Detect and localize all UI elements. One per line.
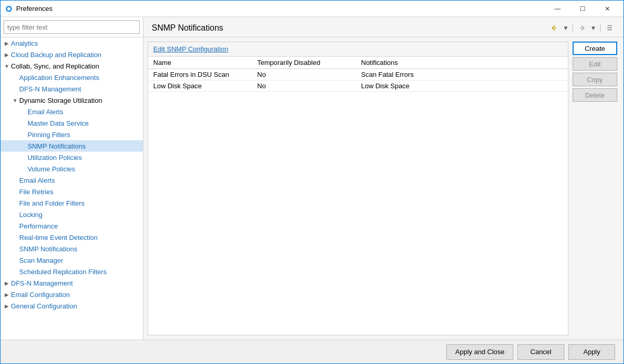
col-header-disabled: Temporarily Disabled — [252, 57, 356, 69]
create-button[interactable]: Create — [573, 42, 617, 55]
cancel-button[interactable]: Cancel — [517, 344, 564, 360]
expander-icon: ▶ — [3, 50, 11, 59]
sidebar-item-performance[interactable]: Performance — [1, 220, 143, 232]
expander-icon: ▶ — [3, 39, 11, 47]
delete-button[interactable]: Delete — [573, 88, 617, 102]
expander-icon: ▶ — [3, 302, 11, 310]
expander-icon — [19, 119, 28, 127]
copy-button[interactable]: Copy — [573, 73, 617, 86]
sidebar-item-label: Email Configuration — [11, 291, 143, 299]
sidebar-item-email-alerts-sub[interactable]: Email Alerts — [1, 106, 143, 117]
filter-input[interactable] — [4, 20, 140, 34]
sidebar-item-snmp-notifications-sub[interactable]: SNMP Notifications — [1, 140, 143, 152]
panel-header: SNMP Notifications ▼ — [143, 17, 623, 37]
forward-button[interactable] — [576, 22, 588, 34]
apply-close-button[interactable]: Apply and Close — [446, 344, 513, 360]
sidebar-item-email-configuration[interactable]: ▶ Email Configuration — [1, 289, 143, 300]
table-body: Fatal Errors in DSU Scan No Scan Fatal E… — [148, 69, 568, 92]
back-button[interactable] — [549, 22, 560, 34]
window-title: Preferences — [16, 5, 546, 12]
back-dropdown-button[interactable]: ▼ — [562, 22, 569, 34]
table-header-row: Name Temporarily Disabled Notifications — [148, 57, 568, 69]
expander-icon — [19, 130, 28, 139]
expander-icon — [11, 176, 19, 184]
sidebar-item-label: Scan Manager — [19, 257, 143, 264]
cell-disabled: No — [252, 69, 356, 80]
sidebar-item-locking[interactable]: Locking — [1, 209, 143, 220]
sidebar-item-label: Locking — [19, 211, 143, 219]
sidebar-item-label: Performance — [19, 222, 143, 230]
sidebar-item-file-folder-filters[interactable]: File and Folder Filters — [1, 197, 143, 209]
cell-disabled: No — [252, 80, 356, 92]
expander-icon — [11, 73, 19, 82]
sidebar-item-general-configuration[interactable]: ▶ General Configuration — [1, 300, 143, 312]
sidebar-item-label: DFS-N Management — [11, 279, 143, 287]
sidebar-item-dfs-n-management[interactable]: ▶ DFS-N Management — [1, 277, 143, 289]
menu-button[interactable]: ☰ — [604, 22, 615, 34]
sidebar-item-snmp-notifications[interactable]: SNMP Notifications — [1, 243, 143, 254]
panel-body: Edit SNMP Configuration Name Temporarily… — [143, 37, 623, 340]
sidebar-item-label: Cloud Backup and Replication — [11, 51, 143, 59]
expander-icon — [11, 233, 19, 241]
sidebar-item-cloud-backup[interactable]: ▶ Cloud Backup and Replication — [1, 49, 143, 60]
expander-icon — [11, 267, 19, 276]
expander-icon: ▼ — [3, 62, 11, 70]
sidebar-item-label: Utilization Policies — [28, 154, 143, 161]
sidebar-item-scheduled-replication[interactable]: Scheduled Replication Filters — [1, 266, 143, 277]
minimize-button[interactable]: — — [546, 1, 569, 17]
sidebar-item-analytics[interactable]: ▶ Analytics — [1, 37, 143, 49]
edit-button[interactable]: Edit — [573, 57, 617, 71]
panel-title: SNMP Notifications — [152, 23, 223, 33]
sidebar-item-label: Email Alerts — [28, 108, 143, 116]
table-row[interactable]: Fatal Errors in DSU Scan No Scan Fatal E… — [148, 69, 568, 80]
sidebar-item-dynamic-storage[interactable]: ▼ Dynamic Storage Utilization — [1, 95, 143, 106]
sidebar-item-scan-manager[interactable]: Scan Manager — [1, 254, 143, 266]
cell-name: Low Disk Space — [148, 80, 252, 92]
table-area: Edit SNMP Configuration Name Temporarily… — [148, 42, 568, 335]
sidebar-item-pinning-filters[interactable]: Pinning Filters — [1, 129, 143, 140]
cell-notifications: Scan Fatal Errors — [356, 69, 568, 80]
sidebar-item-label: Scheduled Replication Filters — [19, 268, 143, 276]
forward-dropdown-button[interactable]: ▼ — [590, 22, 597, 34]
sidebar-item-dfs-n-sub[interactable]: DFS-N Management — [1, 83, 143, 95]
sidebar-item-email-alerts[interactable]: Email Alerts — [1, 174, 143, 186]
sidebar-item-file-retries[interactable]: File Retries — [1, 186, 143, 197]
sidebar-item-realtime-event[interactable]: Real-time Event Detection — [1, 232, 143, 243]
toolbar-separator-2 — [600, 24, 601, 32]
expander-icon — [19, 153, 28, 161]
sidebar-item-label: Application Enhancements — [19, 74, 143, 82]
sidebar-item-label: Volume Policies — [28, 165, 143, 173]
table-row[interactable]: Low Disk Space No Low Disk Space — [148, 80, 568, 92]
action-buttons: Create Edit Copy Delete — [573, 42, 619, 335]
edit-snmp-link[interactable]: Edit SNMP Configuration — [153, 45, 228, 53]
sidebar-item-volume-policies[interactable]: Volume Policies — [1, 163, 143, 174]
expander-icon: ▶ — [3, 279, 11, 287]
window-controls: — ☐ ✕ — [546, 1, 619, 17]
edit-link-row: Edit SNMP Configuration — [148, 42, 568, 57]
expander-icon — [11, 210, 19, 219]
sidebar-item-master-data-service[interactable]: Master Data Service — [1, 117, 143, 129]
sidebar-item-label: General Configuration — [11, 302, 143, 310]
main-content: ▶ Analytics ▶ Cloud Backup and Replicati… — [1, 17, 623, 340]
expander-icon — [11, 256, 19, 264]
sidebar: ▶ Analytics ▶ Cloud Backup and Replicati… — [1, 17, 143, 340]
sidebar-item-collab-sync[interactable]: ▼ Collab, Sync, and Replication — [1, 60, 143, 72]
title-bar: Preferences — ☐ ✕ — [1, 1, 623, 17]
expander-icon — [19, 107, 28, 116]
sidebar-item-label: Dynamic Storage Utilization — [19, 97, 143, 104]
sidebar-item-utilization-policies[interactable]: Utilization Policies — [1, 152, 143, 163]
apply-button[interactable]: Apply — [568, 344, 615, 360]
close-button[interactable]: ✕ — [595, 1, 619, 17]
panel-toolbar: ▼ ▼ ☰ — [549, 22, 615, 34]
forward-icon — [578, 24, 586, 32]
maximize-button[interactable]: ☐ — [570, 1, 594, 17]
sidebar-item-label: Master Data Service — [28, 119, 143, 127]
back-icon — [551, 24, 558, 32]
sidebar-item-app-enhancements[interactable]: Application Enhancements — [1, 72, 143, 83]
expander-icon — [11, 199, 19, 207]
expander-icon — [19, 165, 28, 173]
sidebar-item-label: Real-time Event Detection — [19, 234, 143, 241]
sidebar-item-label: Pinning Filters — [28, 131, 143, 139]
sidebar-item-label: DFS-N Management — [19, 85, 143, 93]
cell-notifications: Low Disk Space — [356, 80, 568, 92]
